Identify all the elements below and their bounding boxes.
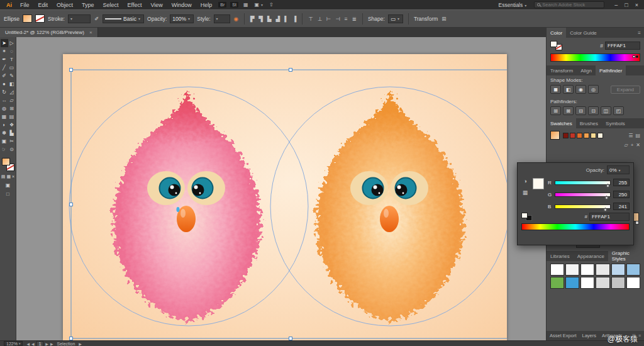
- minus-back-button[interactable]: ◰: [613, 106, 624, 115]
- intersect-button[interactable]: ◉: [575, 85, 586, 94]
- prev-artboard-icon[interactable]: ◀: [31, 342, 35, 346]
- zoom-level-dropdown[interactable]: 122%: [4, 341, 23, 346]
- recolor-artwork-icon[interactable]: ◉: [233, 16, 239, 22]
- popup-color-preview[interactable]: [533, 178, 544, 189]
- menu-object[interactable]: Object: [52, 2, 77, 8]
- distribute-bottom-icon[interactable]: ⊥: [317, 16, 323, 22]
- panel-menu-icon[interactable]: ≡: [635, 28, 644, 38]
- graphic-style-thumb[interactable]: [626, 277, 640, 289]
- graphic-style-thumb[interactable]: [565, 277, 579, 289]
- tab-align[interactable]: Align: [577, 65, 596, 75]
- minimize-button[interactable]: –: [614, 2, 618, 8]
- swatch-color[interactable]: [597, 133, 603, 138]
- align-center-icon[interactable]: ▜: [258, 16, 264, 22]
- hex-value-field[interactable]: FFFAF1: [605, 42, 640, 50]
- pencil-tool[interactable]: ✎: [8, 72, 16, 80]
- bridge-icon[interactable]: Br: [218, 2, 226, 8]
- white-cap[interactable]: [633, 55, 635, 58]
- drawing-modes-icon[interactable]: ▣: [6, 182, 11, 188]
- hand-tool[interactable]: ☞: [1, 145, 8, 153]
- width-tool[interactable]: ↔: [1, 96, 8, 104]
- stroke-weight-dropdown[interactable]: [68, 14, 91, 23]
- distribute-top-icon[interactable]: ⊤: [308, 16, 313, 22]
- tab-color-guide[interactable]: Color Guide: [566, 28, 601, 38]
- distribute-right-icon[interactable]: ⊣: [335, 16, 340, 22]
- menu-type[interactable]: Type: [77, 2, 99, 8]
- eraser-tool[interactable]: ◧: [8, 80, 16, 88]
- menu-window[interactable]: Window: [167, 2, 196, 8]
- tab-pathfinder[interactable]: Pathfinder: [596, 65, 626, 75]
- screen-mode-icon[interactable]: □: [6, 191, 9, 197]
- new-swatch-icon[interactable]: +: [631, 142, 634, 148]
- shape-widget-dropdown[interactable]: ▭: [388, 14, 403, 23]
- popup-fill-stroke-indicator[interactable]: [521, 213, 532, 221]
- swatch-color[interactable]: [591, 133, 596, 138]
- lasso-tool[interactable]: ◌: [8, 47, 16, 55]
- minus-front-button[interactable]: ◧: [563, 85, 574, 94]
- unite-button[interactable]: ◼: [550, 85, 561, 94]
- graphic-style-thumb[interactable]: [580, 264, 594, 276]
- tab-libraries[interactable]: Libraries: [547, 251, 574, 261]
- gradient-tool[interactable]: ▤: [8, 113, 16, 121]
- mesh-tool[interactable]: ▦: [1, 113, 8, 121]
- free-transform-tool[interactable]: ▱: [8, 96, 16, 104]
- blend-tool[interactable]: ❖: [8, 121, 16, 129]
- crop-button[interactable]: ⊡: [588, 106, 599, 115]
- blue-value-field[interactable]: 241: [613, 203, 630, 210]
- color-button[interactable]: ▤: [1, 174, 6, 179]
- last-artboard-icon[interactable]: ▶: [50, 342, 53, 346]
- share-icon[interactable]: ⇧: [269, 2, 274, 8]
- rectangle-tool[interactable]: ▭: [8, 64, 16, 72]
- toolbar-fill-swatch[interactable]: [2, 158, 10, 165]
- divide-button[interactable]: ⊞: [550, 106, 561, 115]
- artboard-number[interactable]: 1: [36, 341, 44, 346]
- status-flyout-icon[interactable]: ▶: [79, 342, 82, 346]
- delete-swatch-icon[interactable]: ✕: [636, 142, 640, 148]
- restore-button[interactable]: □: [625, 2, 628, 8]
- trim-button[interactable]: ⊠: [563, 106, 574, 115]
- graphic-style-thumb[interactable]: [596, 264, 609, 276]
- style-dropdown[interactable]: [214, 14, 230, 23]
- swatch-libraries-icon[interactable]: ▱: [624, 142, 628, 148]
- graphic-style-thumb[interactable]: [611, 277, 625, 289]
- rotate-tool[interactable]: ↻: [1, 88, 8, 96]
- next-artboard-icon[interactable]: ▶: [45, 342, 48, 346]
- align-middle-icon[interactable]: ▌: [284, 16, 289, 22]
- tab-graphic-styles[interactable]: Graphic Styles: [608, 251, 644, 261]
- first-artboard-icon[interactable]: ◀: [26, 342, 30, 346]
- transform-label[interactable]: Transform: [414, 16, 438, 22]
- workspace-switcher[interactable]: Essentials: [499, 2, 527, 8]
- none-button[interactable]: ×: [12, 174, 14, 179]
- grid-view-icon[interactable]: ▦: [243, 2, 248, 8]
- blue-slider[interactable]: [555, 204, 611, 209]
- pen-tool[interactable]: ✒: [1, 55, 8, 64]
- fill-stroke-indicator[interactable]: [2, 158, 14, 171]
- column-graph-tool[interactable]: ▙: [8, 129, 16, 137]
- outline-button[interactable]: ◫: [601, 106, 611, 115]
- align-left-icon[interactable]: ▛: [250, 16, 255, 22]
- color-fill-stroke-indicator[interactable]: [550, 41, 562, 50]
- color-badge-icon[interactable]: ◑: [523, 178, 526, 184]
- app-logo-icon[interactable]: Ai: [3, 2, 16, 8]
- menu-edit[interactable]: Edit: [34, 2, 53, 8]
- tab-asset-export[interactable]: Asset Export: [550, 333, 577, 338]
- type-tool[interactable]: T: [8, 55, 16, 64]
- graphic-style-thumb[interactable]: [550, 277, 564, 289]
- shape-builder-tool[interactable]: ◍: [1, 104, 8, 113]
- gradient-button[interactable]: ▦: [6, 174, 11, 179]
- swatch-grid-icon[interactable]: ▦: [523, 189, 528, 196]
- popup-spectrum-bar[interactable]: [521, 223, 630, 230]
- tab-brushes[interactable]: Brushes: [576, 118, 602, 128]
- eyedropper-tool[interactable]: ◗: [1, 121, 8, 129]
- tab-transform[interactable]: Transform: [547, 65, 577, 75]
- exclude-button[interactable]: ◎: [588, 85, 599, 94]
- color-spectrum-bar[interactable]: [550, 53, 640, 62]
- swatch-color[interactable]: [563, 133, 569, 138]
- menu-file[interactable]: File: [16, 2, 34, 8]
- slice-tool[interactable]: ✂: [8, 137, 16, 145]
- tab-appearance[interactable]: Appearance: [574, 251, 608, 261]
- stock-search-box[interactable]: [534, 1, 604, 8]
- direct-selection-tool[interactable]: ▷: [8, 39, 16, 47]
- distribute-hcenter-icon[interactable]: ≣: [352, 16, 357, 22]
- swatch-color[interactable]: [577, 133, 582, 138]
